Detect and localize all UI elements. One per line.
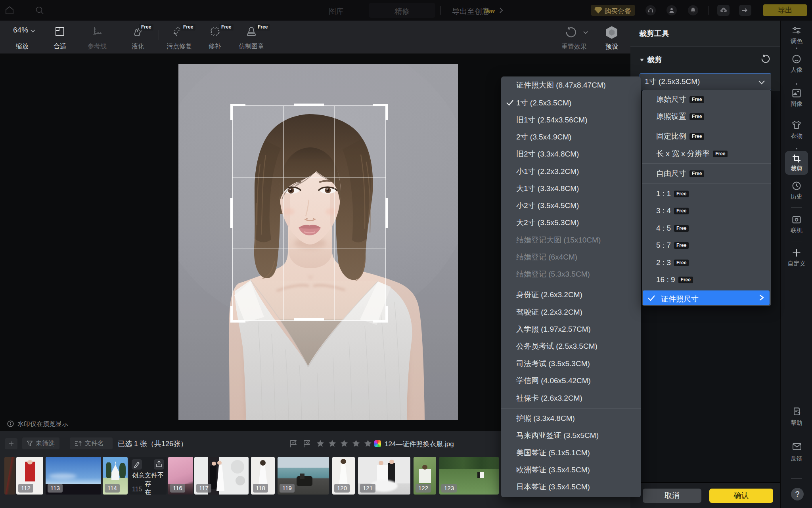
svg-text:?: ? bbox=[798, 411, 801, 416]
